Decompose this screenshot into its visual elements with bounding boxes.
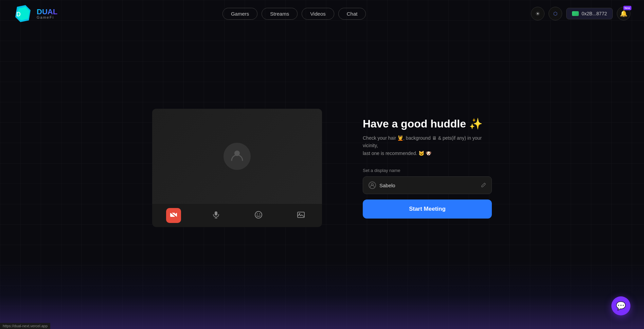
display-name-label: Set a display name xyxy=(363,168,492,173)
right-panel: Have a good huddle ✨ Check your hair 💆, … xyxy=(363,117,492,219)
nav-gamers[interactable]: Gamers xyxy=(222,8,257,20)
sun-icon: ☀ xyxy=(535,11,540,17)
wallet-icon xyxy=(572,11,579,16)
huddle-title: Have a good huddle ✨ xyxy=(363,117,492,130)
nav-chat[interactable]: Chat xyxy=(338,8,366,20)
wallet-button[interactable]: 0x2B...8772 xyxy=(566,8,613,19)
user-avatar-icon xyxy=(230,148,244,165)
logo-gamefi-text: GameFi xyxy=(37,16,57,19)
web3-button[interactable]: ⬡ xyxy=(549,7,562,20)
notification-badge: New xyxy=(623,6,631,10)
display-name-value: Sabelo xyxy=(379,183,395,188)
svg-rect-6 xyxy=(215,211,217,215)
display-name-field[interactable]: Sabelo xyxy=(363,176,492,194)
logo-text: DUAL GameFi xyxy=(37,8,57,19)
svg-point-9 xyxy=(255,211,262,218)
logo: D DUAL GameFi xyxy=(14,3,57,24)
microphone-button[interactable] xyxy=(209,208,223,223)
svg-point-10 xyxy=(257,213,258,214)
controls-bar xyxy=(152,204,322,227)
chat-bubble-icon: 💬 xyxy=(616,301,626,311)
huddle-subtitle-line1: Check your hair 💆, background 🖥 & pets(i… xyxy=(363,135,482,148)
bell-icon: 🔔 xyxy=(620,10,627,17)
notification-button[interactable]: 🔔 New xyxy=(617,7,630,20)
logo-dual-text: DUAL xyxy=(37,8,57,16)
main-content: Have a good huddle ✨ Check your hair 💆, … xyxy=(0,27,644,329)
chat-bubble-button[interactable]: 💬 xyxy=(611,296,630,315)
start-meeting-button[interactable]: Start Meeting xyxy=(363,200,492,219)
video-section xyxy=(152,109,322,227)
svg-point-11 xyxy=(259,213,260,214)
image-icon xyxy=(297,212,305,220)
wallet-address: 0x2B...8772 xyxy=(582,11,607,16)
theme-toggle-button[interactable]: ☀ xyxy=(531,7,544,20)
svg-text:D: D xyxy=(16,11,21,18)
edit-icon[interactable] xyxy=(481,183,486,188)
avatar-placeholder xyxy=(223,143,251,170)
video-preview xyxy=(152,109,322,204)
main-nav: Gamers Streams Videos Chat xyxy=(222,8,366,20)
nav-videos[interactable]: Videos xyxy=(302,8,334,20)
header-right: ☀ ⬡ 0x2B...8772 🔔 New xyxy=(531,7,630,20)
background-button[interactable] xyxy=(293,208,308,223)
logo-icon: D xyxy=(14,3,34,24)
camera-off-icon xyxy=(170,212,177,220)
header: D DUAL GameFi Gamers Streams Videos Chat xyxy=(0,0,644,27)
nav-streams[interactable]: Streams xyxy=(262,8,298,20)
microphone-icon xyxy=(213,211,219,220)
emoji-button[interactable] xyxy=(251,208,266,223)
url-bar: https://dual-next.vercel.app xyxy=(0,323,50,329)
camera-off-button[interactable] xyxy=(166,208,181,223)
emoji-icon xyxy=(255,211,262,220)
ethereum-icon: ⬡ xyxy=(553,11,557,16)
huddle-subtitle-line2: last one is recommended. 🐱 🐶 xyxy=(363,151,431,156)
display-name-left: Sabelo xyxy=(369,181,395,189)
user-circle-icon xyxy=(369,181,376,189)
huddle-subtitle: Check your hair 💆, background 🖥 & pets(i… xyxy=(363,134,492,157)
